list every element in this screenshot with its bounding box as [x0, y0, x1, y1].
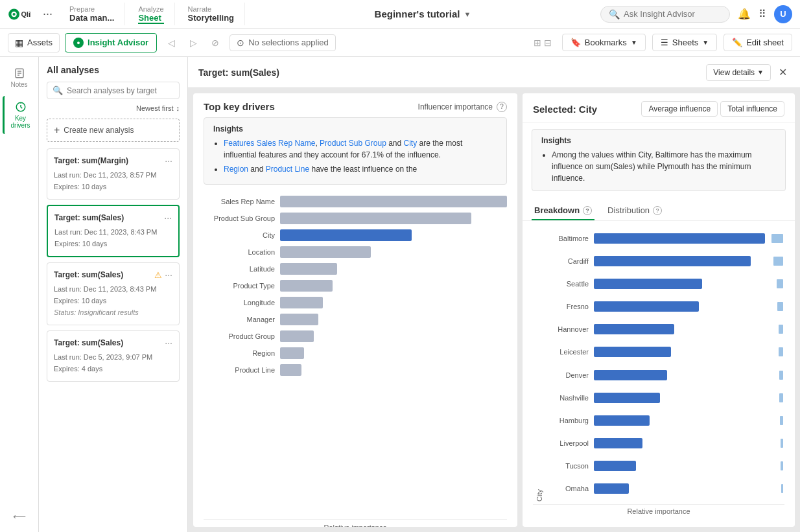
selected-header: Selected: City Average influence Total i… [523, 93, 795, 122]
city-x-axis-label: Relative importance [533, 504, 784, 519]
bar-row[interactable]: Product Line [204, 364, 507, 376]
bar-row[interactable]: Product Type [204, 279, 507, 292]
bar-row[interactable]: Sales Rep Name [204, 195, 507, 208]
main-content: Notes Key drivers ⟵ All analyses 🔍 Newes… [0, 57, 800, 532]
bell-icon[interactable]: 🔔 [738, 8, 751, 20]
analysis-search-box[interactable]: 🔍 [47, 82, 180, 99]
influencer-help-icon[interactable]: ? [497, 102, 507, 112]
total-influence-button[interactable]: Total influence [720, 101, 784, 117]
city-label: Denver [543, 371, 589, 379]
city-bar-row[interactable]: Seattle [543, 278, 765, 290]
bar-track [280, 296, 507, 309]
sidebar-item-notes[interactable]: Notes [3, 62, 36, 93]
bar-row[interactable]: Product Sub Group [204, 212, 507, 225]
insight-advisor-button[interactable]: ● Insight Advisor [65, 33, 157, 52]
left-sidebar: Notes Key drivers ⟵ [0, 57, 39, 532]
city-bar-row[interactable]: Cardiff [543, 255, 765, 267]
city-bar-track [594, 301, 765, 312]
nav-icons: 🔔 ⠿ U [738, 5, 792, 23]
grid-icon[interactable]: ⠿ [759, 8, 766, 20]
analysis-card-margin[interactable]: Target: sum(Margin) ··· Last run: Dec 11… [47, 148, 180, 200]
bar-row[interactable]: Longitude [204, 296, 507, 309]
bar-fill [280, 297, 323, 308]
city-bar-row[interactable]: Fresno [543, 301, 765, 312]
edit-sheet-button[interactable]: ✏️ Edit sheet [724, 34, 792, 51]
bar-track [280, 313, 507, 326]
sort-icon: ↕ [176, 104, 180, 112]
city-bar-row[interactable]: Baltimore [543, 233, 765, 244]
city-bar-fill [594, 233, 765, 244]
card-menu-icon[interactable]: ··· [165, 270, 172, 280]
mini-dist-bar [781, 484, 783, 493]
city-bar-row[interactable]: Omaha [543, 483, 765, 494]
bar-chart-scroll[interactable]: Sales Rep Name Product Sub Group City Lo… [204, 195, 507, 516]
analysis-search-input[interactable] [67, 86, 174, 95]
city-bar-track [594, 233, 765, 244]
analysis-card-sales-selected[interactable]: Target: sum(Sales) ··· Last run: Dec 11,… [47, 205, 180, 257]
selection-clear-icon[interactable]: ⊘ [206, 34, 224, 52]
city-bar-row[interactable]: Hamburg [543, 415, 765, 426]
city-bar-fill [594, 438, 642, 448]
bar-label: Product Sub Group [204, 214, 275, 222]
bar-fill [280, 280, 333, 292]
city-label: Seattle [543, 280, 589, 288]
average-influence-button[interactable]: Average influence [641, 101, 718, 117]
close-icon[interactable]: ✕ [776, 64, 790, 81]
bar-label: Product Line [204, 366, 275, 374]
collapse-sidebar-button[interactable]: ⟵ [8, 506, 31, 527]
search-input[interactable] [624, 9, 721, 19]
bookmarks-button[interactable]: 🔖 Bookmarks ▼ [562, 34, 646, 51]
bookmarks-chevron-icon: ▼ [631, 39, 637, 46]
sort-row[interactable]: Newest first ↕ [47, 104, 180, 112]
city-bar-row[interactable]: Hannover [543, 323, 765, 335]
city-bar-row[interactable]: Liverpool [543, 437, 765, 449]
selection-forward-icon[interactable]: ▷ [184, 34, 202, 52]
analysis-card-sales-old[interactable]: Target: sum(Sales) ··· Last run: Dec 5, … [47, 330, 180, 382]
nav-analyze[interactable]: Analyze Sheet [128, 3, 174, 25]
mini-dist-bar [779, 325, 783, 334]
bar-row[interactable]: Latitude [204, 262, 507, 275]
card-menu-icon[interactable]: ··· [165, 338, 172, 348]
tab-distribution[interactable]: Distribution ? [605, 202, 665, 220]
city-bar-fill [594, 461, 636, 471]
selection-back-icon[interactable]: ◁ [162, 34, 180, 52]
insight-advisor-search[interactable]: 🔍 [600, 6, 730, 23]
city-bar-track [594, 255, 765, 267]
analysis-card-sales-warning[interactable]: Target: sum(Sales) ⚠ ··· Last run: Dec 1… [47, 262, 180, 325]
view-details-chevron-icon: ▼ [757, 69, 764, 76]
nav-prepare[interactable]: Prepare Data man... [59, 3, 125, 25]
qlik-logo[interactable]: Qlik [8, 8, 31, 21]
user-avatar[interactable]: U [774, 5, 792, 23]
assets-button[interactable]: ▦ Assets [8, 33, 60, 52]
card-menu-icon[interactable]: ··· [165, 156, 172, 166]
breakdown-help-icon[interactable]: ? [583, 206, 592, 215]
bar-fill [280, 263, 337, 275]
bar-track [280, 279, 507, 292]
bar-row[interactable]: Manager [204, 313, 507, 326]
nav-narrate[interactable]: Narrate Storytelling [178, 3, 246, 25]
city-bar-row[interactable]: Nashville [543, 392, 765, 404]
bar-row[interactable]: Product Group [204, 330, 507, 343]
grid-view-icon[interactable]: ⊞ ⊟ [530, 34, 556, 52]
tab-breakdown[interactable]: Breakdown ? [532, 202, 594, 220]
create-analysis-button[interactable]: + Create new analysis [47, 119, 180, 142]
bookmark-icon: 🔖 [571, 38, 581, 47]
bar-row[interactable]: City [204, 229, 507, 242]
app-title[interactable]: Beginner's tutorial ▼ [248, 8, 598, 19]
city-bar-row[interactable]: Denver [543, 369, 765, 381]
sidebar-item-key-drivers[interactable]: Key drivers [3, 96, 36, 134]
city-bar-track [594, 460, 765, 472]
view-details-button[interactable]: View details ▼ [706, 64, 771, 81]
sheets-chevron-icon: ▼ [702, 39, 709, 46]
sheets-button[interactable]: ☰ Sheets ▼ [652, 34, 717, 51]
more-options-icon[interactable]: ··· [39, 5, 56, 23]
city-label: Leicester [543, 348, 589, 356]
bar-row[interactable]: Region [204, 347, 507, 360]
distribution-help-icon[interactable]: ? [653, 206, 662, 215]
city-bar-row[interactable]: Tucson [543, 460, 765, 472]
city-label: Hannover [543, 325, 589, 333]
card-menu-icon[interactable]: ··· [164, 213, 172, 223]
bar-row[interactable]: Location [204, 246, 507, 259]
city-bar-fill [594, 370, 667, 380]
city-bar-row[interactable]: Leicester [543, 346, 765, 358]
